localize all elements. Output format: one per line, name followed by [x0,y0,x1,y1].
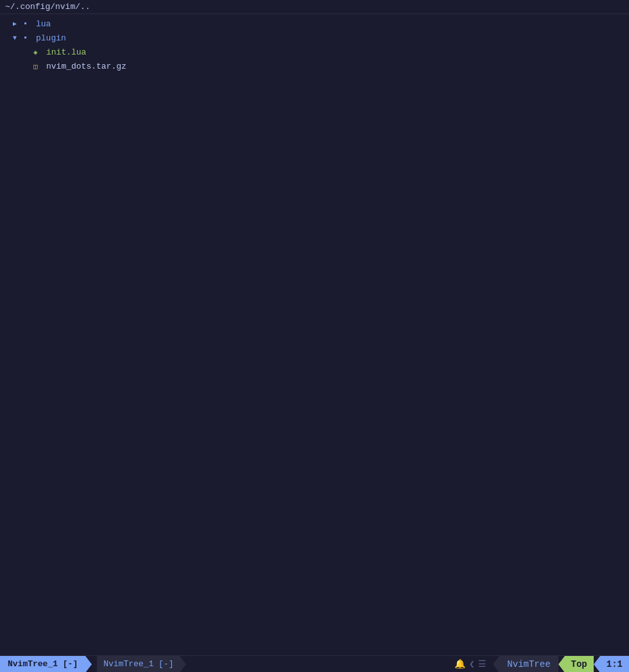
status-left: NvimTree_1 [-] NvimTree_1 [-] [0,656,186,672]
arrow-icon-plugin: ▼ [13,35,22,42]
status-bar: NvimTree_1 [-] NvimTree_1 [-] 🔔 ❮ ☰ Nvim… [0,655,629,672]
nvimtree-label: NvimTree [499,656,558,672]
file-icon-init-lua: ◈ [33,48,44,56]
item-label-lua: lua [36,19,51,29]
tree-item-lua[interactable]: ▶ ▪ lua [0,17,629,31]
tree-item-nvim-dots[interactable]: ▶ ◫ nvim_dots.tar.gz [0,59,629,73]
tree-item-init-lua[interactable]: ▶ ◈ init.lua [0,45,629,59]
folder-icon-lua: ▪ [23,19,33,28]
nvimtree-label-arrow [493,656,499,673]
arrow-icon-lua: ▶ [13,20,22,28]
top-label-text: Top [571,659,587,669]
pos-label-arrow [594,656,600,673]
chevron-icon: ❮ [469,659,474,669]
file-icon-nvim-dots: ◫ [33,62,44,71]
top-label-arrow [558,656,565,673]
status-inactive-arrow [180,656,186,673]
title-bar: ~/.config/nvim/.. [0,0,629,14]
tree-item-plugin[interactable]: ▼ ▪ plugin [0,31,629,45]
bell-icon: 🔔 [454,659,465,669]
item-label-plugin: plugin [36,33,66,43]
main-container: ~/.config/nvim/.. ▶ ▪ lua ▼ ▪ plugin ▶ ◈… [0,0,629,672]
status-nvimtree-active[interactable]: NvimTree_1 [-] [0,656,85,672]
status-icons: 🔔 ❮ ☰ [448,659,493,669]
folder-icon-plugin: ▪ [23,33,33,42]
file-tree: ▶ ▪ lua ▼ ▪ plugin ▶ ◈ init.lua ▶ ◫ nvim… [0,14,629,655]
status-active-label: NvimTree_1 [-] [8,659,78,669]
top-label: Top [565,656,594,672]
status-inactive-label: NvimTree_1 [-] [103,659,173,669]
status-active-arrow [85,656,92,673]
menu-icon: ☰ [478,659,487,669]
item-label-init-lua: init.lua [46,47,86,57]
pos-label-text: 1:1 [607,659,623,669]
item-label-nvim-dots: nvim_dots.tar.gz [46,62,126,71]
pos-label: 1:1 [600,656,629,672]
status-nvimtree-inactive[interactable]: NvimTree_1 [-] [97,656,180,672]
nvimtree-label-text: NvimTree [507,659,550,669]
status-right: 🔔 ❮ ☰ NvimTree Top 1:1 [448,656,629,672]
title-path: ~/.config/nvim/.. [5,2,90,12]
